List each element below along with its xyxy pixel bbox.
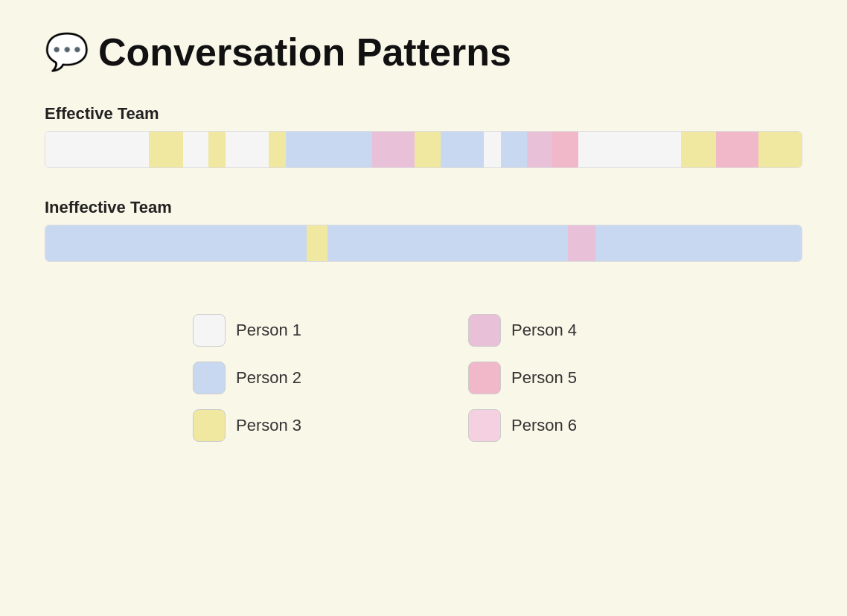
timeline-segment <box>45 132 149 167</box>
effective-team-timeline <box>45 131 802 168</box>
timeline-segment <box>441 132 484 167</box>
timeline-segment <box>149 132 183 167</box>
timeline-segment <box>327 225 568 261</box>
page-title: 💬 Conversation Patterns <box>45 30 802 74</box>
legend-label: Person 2 <box>236 368 301 388</box>
legend-item: Person 6 <box>468 409 654 442</box>
ineffective-team-timeline <box>45 225 802 262</box>
legend-label: Person 6 <box>511 416 577 435</box>
effective-team-section: Effective Team <box>45 104 802 168</box>
legend: Person 1Person 4Person 2Person 5Person 3… <box>45 314 802 442</box>
effective-team-label: Effective Team <box>45 104 802 123</box>
legend-label: Person 4 <box>511 321 577 340</box>
timeline-segment <box>183 132 209 167</box>
legend-label: Person 5 <box>511 368 577 388</box>
timeline-segment <box>484 132 501 167</box>
timeline-segment <box>552 132 578 167</box>
legend-label: Person 3 <box>236 416 301 435</box>
timeline-segment <box>45 225 307 261</box>
legend-swatch <box>193 409 226 442</box>
timeline-segment <box>269 132 286 167</box>
legend-swatch <box>193 362 226 394</box>
timeline-segment <box>716 132 759 167</box>
legend-item: Person 1 <box>193 314 379 347</box>
legend-swatch <box>193 314 226 347</box>
timeline-segment <box>226 132 269 167</box>
title-icon: 💬 <box>45 31 89 73</box>
timeline-segment <box>208 132 226 167</box>
timeline-segment <box>527 132 553 167</box>
title-text: Conversation Patterns <box>98 30 511 74</box>
timeline-segment <box>372 132 415 167</box>
legend-swatch <box>468 409 501 442</box>
ineffective-team-label: Ineffective Team <box>45 198 802 217</box>
legend-item: Person 4 <box>468 314 654 347</box>
timeline-segment <box>501 132 527 167</box>
legend-swatch <box>468 362 501 394</box>
legend-label: Person 1 <box>236 321 301 340</box>
timeline-segment <box>307 225 327 261</box>
timeline-segment <box>578 132 682 167</box>
ineffective-team-section: Ineffective Team <box>45 198 802 262</box>
timeline-segment <box>681 132 715 167</box>
legend-swatch <box>468 314 501 347</box>
timeline-segment <box>415 132 441 167</box>
timeline-segment <box>595 225 802 261</box>
legend-item: Person 2 <box>193 362 379 394</box>
legend-item: Person 3 <box>193 409 379 442</box>
legend-item: Person 5 <box>468 362 654 394</box>
timeline-segment <box>568 225 595 261</box>
timeline-segment <box>758 132 802 167</box>
timeline-segment <box>286 132 371 167</box>
